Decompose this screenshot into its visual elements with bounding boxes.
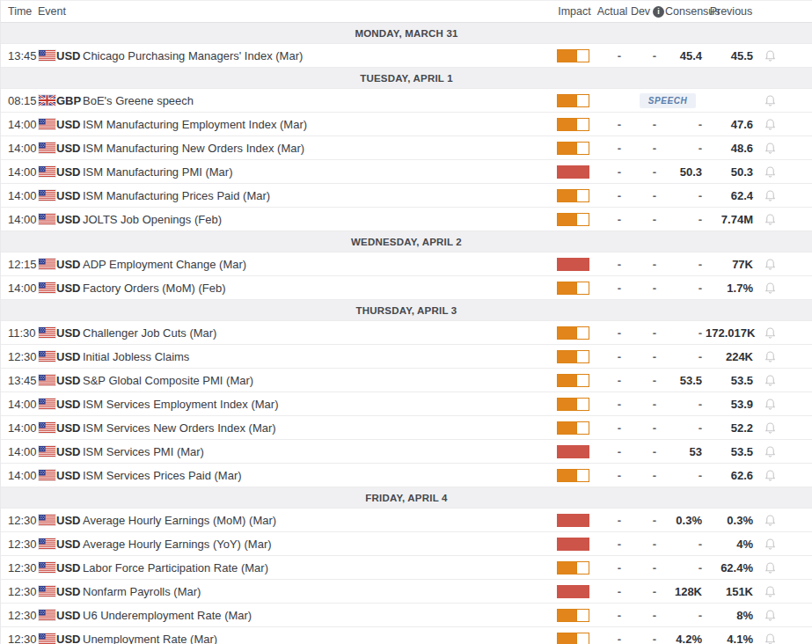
event-name[interactable]: Nonfarm Payrolls (Mar): [83, 585, 554, 598]
table-row[interactable]: 08:15GBPBoE's Greene speechSPEECH: [1, 89, 812, 113]
event-name[interactable]: Chicago Purchasing Managers' Index (Mar): [83, 49, 554, 62]
table-row[interactable]: 12:30USDU6 Underemployment Rate (Mar)---…: [1, 604, 812, 627]
notification-bell-icon[interactable]: [757, 444, 783, 458]
event-name[interactable]: ISM Services New Orders Index (Mar): [83, 421, 554, 435]
table-row[interactable]: 14:00USDFactory Orders (MoM) (Feb)---1.7…: [1, 276, 812, 300]
notification-bell-icon[interactable]: [757, 537, 783, 551]
notification-bell-icon[interactable]: [757, 421, 783, 435]
notification-bell-icon[interactable]: [757, 397, 783, 411]
table-row[interactable]: 12:30USDNonfarm Payrolls (Mar)--128K151K: [1, 580, 812, 604]
table-row[interactable]: 14:00USDISM Manufacturing Employment Ind…: [1, 113, 812, 136]
consensus-value: 53: [665, 445, 706, 458]
table-row[interactable]: 13:45USDChicago Purchasing Managers' Ind…: [1, 44, 812, 68]
impact-cell: [554, 585, 595, 598]
impact-indicator-medium: [557, 561, 589, 574]
impact-cell: [554, 421, 595, 435]
notification-bell-icon[interactable]: [757, 117, 783, 131]
impact-cell: [554, 213, 595, 226]
event-name[interactable]: JOLTS Job Openings (Feb): [83, 213, 554, 226]
table-row[interactable]: 12:15USDADP Employment Change (Mar)---77…: [1, 252, 812, 276]
notification-bell-icon[interactable]: [757, 257, 783, 271]
event-name[interactable]: Initial Jobless Claims: [83, 350, 554, 363]
impact-cell: [554, 538, 595, 551]
notification-bell-icon[interactable]: [757, 560, 783, 574]
consensus-value: 0.3%: [665, 514, 706, 527]
event-time: 12:30: [1, 585, 38, 598]
event-name[interactable]: ISM Services Employment Index (Mar): [83, 398, 554, 411]
event-name[interactable]: ISM Manufacturing Prices Paid (Mar): [83, 189, 554, 202]
table-row[interactable]: 14:00USDISM Services Prices Paid (Mar)--…: [1, 464, 812, 487]
consensus-value: -: [665, 282, 706, 295]
previous-value: 47.6: [706, 118, 757, 131]
actual-value: -: [595, 374, 630, 387]
currency-code: USD: [56, 282, 83, 295]
table-row[interactable]: 14:00USDISM Manufacturing Prices Paid (M…: [1, 184, 812, 208]
event-name[interactable]: BoE's Greene speech: [83, 94, 554, 107]
event-name[interactable]: Labor Force Participation Rate (Mar): [83, 561, 554, 574]
table-row[interactable]: 12:30USDUnemployment Rate (Mar)--4.2%4.1…: [1, 627, 812, 644]
event-name[interactable]: ISM Manufacturing Employment Index (Mar): [83, 118, 554, 131]
previous-value: 62.4: [706, 189, 757, 202]
event-name[interactable]: Challenger Job Cuts (Mar): [83, 326, 554, 340]
event-time: 14:00: [1, 118, 38, 131]
actual-value: -: [595, 142, 630, 155]
notification-bell-icon[interactable]: [757, 373, 783, 387]
impact-indicator-high: [557, 445, 589, 458]
event-name[interactable]: Average Hourly Earnings (MoM) (Mar): [83, 514, 554, 527]
notification-bell-icon[interactable]: [757, 608, 783, 622]
event-name[interactable]: ISM Services PMI (Mar): [83, 445, 554, 458]
impact-cell: [554, 118, 595, 131]
notification-bell-icon[interactable]: [757, 326, 783, 340]
actual-value: -: [595, 585, 630, 598]
notification-bell-icon[interactable]: [757, 212, 783, 226]
currency-code: USD: [56, 609, 83, 622]
speech-badge[interactable]: SPEECH: [640, 93, 697, 108]
event-name[interactable]: U6 Underemployment Rate (Mar): [83, 609, 554, 622]
table-row[interactable]: 12:30USDAverage Hourly Earnings (MoM) (M…: [1, 509, 812, 532]
table-row[interactable]: 12:30USDLabor Force Participation Rate (…: [1, 556, 812, 580]
day-separator-label: WEDNESDAY, APRIL 2: [351, 237, 462, 247]
table-row[interactable]: 12:30USDInitial Jobless Claims---224K: [1, 345, 812, 369]
table-row[interactable]: 14:00USDISM Manufacturing PMI (Mar)--50.…: [1, 160, 812, 184]
actual-value: -: [595, 189, 630, 202]
notification-bell-icon[interactable]: [757, 584, 783, 598]
day-separator: FRIDAY, APRIL 4: [1, 487, 812, 509]
event-name[interactable]: Unemployment Rate (Mar): [83, 633, 554, 644]
us-flag-icon: [38, 351, 56, 362]
table-row[interactable]: 12:30USDAverage Hourly Earnings (YoY) (M…: [1, 532, 812, 556]
table-row[interactable]: 11:30USDChallenger Job Cuts (Mar)---172.…: [1, 321, 812, 345]
event-name[interactable]: ADP Employment Change (Mar): [83, 258, 554, 271]
dev-info-icon[interactable]: i: [653, 6, 664, 18]
notification-bell-icon[interactable]: [757, 632, 783, 644]
notification-bell-icon[interactable]: [757, 93, 783, 107]
event-name[interactable]: ISM Services Prices Paid (Mar): [83, 469, 554, 482]
notification-bell-icon[interactable]: [757, 48, 783, 62]
notification-bell-icon[interactable]: [757, 513, 783, 527]
notification-bell-icon[interactable]: [757, 349, 783, 363]
impact-indicator-medium: [557, 94, 589, 107]
dev-value: -: [630, 213, 665, 226]
actual-value: -: [595, 118, 630, 131]
table-row[interactable]: 14:00USDISM Services PMI (Mar)--5353.5: [1, 440, 812, 464]
notification-bell-icon[interactable]: [757, 188, 783, 202]
notification-bell-icon[interactable]: [757, 141, 783, 155]
dev-value: -: [630, 326, 665, 340]
notification-bell-icon[interactable]: [757, 281, 783, 295]
event-name[interactable]: Average Hourly Earnings (YoY) (Mar): [83, 538, 554, 551]
notification-bell-icon[interactable]: [757, 165, 783, 179]
table-row[interactable]: 14:00USDJOLTS Job Openings (Feb)---7.74M: [1, 208, 812, 231]
event-name[interactable]: ISM Manufacturing PMI (Mar): [83, 165, 554, 179]
day-separator-label: TUESDAY, APRIL 1: [360, 73, 453, 84]
dev-value: -: [630, 165, 665, 179]
table-row[interactable]: 14:00USDISM Services Employment Index (M…: [1, 392, 812, 416]
impact-cell: [554, 165, 595, 179]
table-row[interactable]: 13:45USDS&P Global Composite PMI (Mar)--…: [1, 369, 812, 392]
notification-bell-icon[interactable]: [757, 468, 783, 482]
previous-value: 77K: [706, 258, 757, 271]
table-row[interactable]: 14:00USDISM Manufacturing New Orders Ind…: [1, 136, 812, 160]
table-row[interactable]: 14:00USDISM Services New Orders Index (M…: [1, 416, 812, 440]
event-name[interactable]: Factory Orders (MoM) (Feb): [83, 282, 554, 295]
event-time: 14:00: [1, 213, 38, 226]
event-name[interactable]: S&P Global Composite PMI (Mar): [83, 374, 554, 387]
event-name[interactable]: ISM Manufacturing New Orders Index (Mar): [83, 142, 554, 155]
